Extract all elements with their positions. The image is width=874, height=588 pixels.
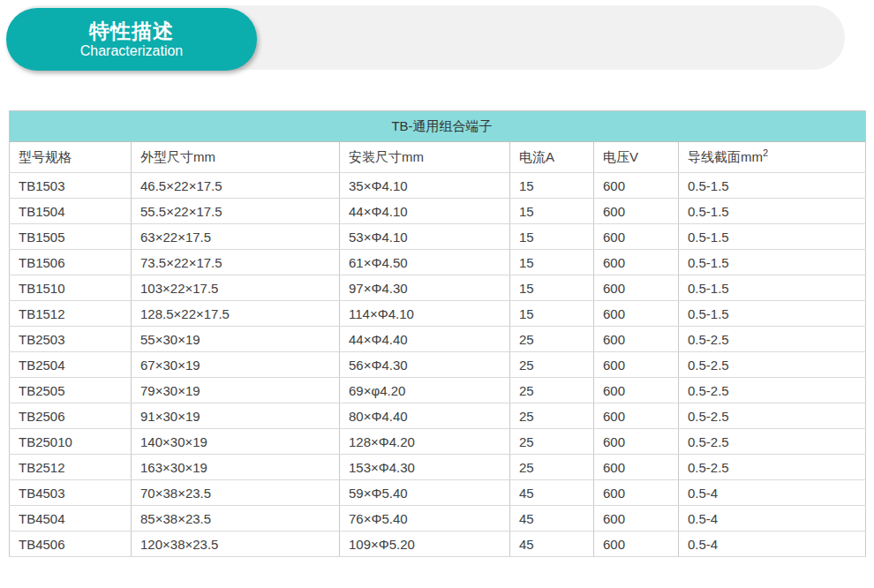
table-cell: 61×Φ4.50 [340,250,510,275]
table-cell: 91×30×19 [132,403,340,429]
table-cell: 55.5×22×17.5 [132,199,340,224]
table-cell: 15 [510,275,594,301]
table-row: TB450485×38×23.576×Φ5.40456000.5-4 [10,506,866,531]
table-cell: 600 [594,429,679,455]
table-row: TB150455.5×22×17.544×Φ4.10156000.5-1.5 [10,199,866,224]
table-cell: TB1503 [10,173,132,199]
table-row: TB1512128.5×22×17.5114×Φ4.10156000.5-1.5 [10,301,866,327]
table-cell: 63×22×17.5 [132,224,340,250]
table-cell: TB2512 [10,455,132,480]
table-cell: 53×Φ4.10 [340,224,510,250]
table-cell: 15 [510,173,594,199]
table-cell: 35×Φ4.10 [340,173,510,199]
table-cell: 0.5-2.5 [679,429,866,455]
table-cell: TB1504 [10,199,132,224]
column-header-wire-section: 导线截面mm2 [679,142,866,173]
table-cell: 69×φ4.20 [340,378,510,403]
table-row: TB150673.5×22×17.561×Φ4.50156000.5-1.5 [10,250,866,275]
table-cell: 46.5×22×17.5 [132,173,340,199]
table-cell: 128×Φ4.20 [340,429,510,455]
table-cell: 140×30×19 [132,429,340,455]
column-header-row: 型号规格 外型尺寸mm 安装尺寸mm 电流A 电压V 导线截面mm2 [10,142,866,173]
table-cell: 25 [510,403,594,429]
column-header-mount-size: 安装尺寸mm [340,142,510,173]
table-cell: 44×Φ4.40 [340,327,510,352]
table-cell: TB2503 [10,327,132,352]
table-cell: 15 [510,301,594,327]
table-cell: 0.5-2.5 [679,352,866,378]
product-spec-table: TB-通用组合端子 型号规格 外型尺寸mm 安装尺寸mm 电流A 电压V 导线截… [9,110,866,557]
table-row: TB450370×38×23.559×Φ5.40456000.5-4 [10,480,866,506]
table-cell: 600 [594,250,679,275]
column-header-current: 电流A [510,142,594,173]
table-cell: 600 [594,224,679,250]
table-cell: 85×38×23.5 [132,506,340,531]
table-cell: 600 [594,275,679,301]
table-row: TB150346.5×22×17.535×Φ4.10156000.5-1.5 [10,173,866,199]
table-cell: 55×30×19 [132,327,340,352]
table-cell: 97×Φ4.30 [340,275,510,301]
table-cell: TB1505 [10,224,132,250]
table-cell: 25 [510,429,594,455]
table-cell: 0.5-4 [679,506,866,531]
table-cell: TB4503 [10,480,132,506]
table-cell: 128.5×22×17.5 [132,301,340,327]
table-row: TB25010140×30×19128×Φ4.20256000.5-2.5 [10,429,866,455]
table-cell: 0.5-2.5 [679,378,866,403]
table-cell: 56×Φ4.30 [340,352,510,378]
table-cell: 163×30×19 [132,455,340,480]
table-cell: 600 [594,378,679,403]
table-row: TB4506120×38×23.5109×Φ5.20456000.5-4 [10,531,866,557]
table-cell: TB1510 [10,275,132,301]
table-cell: 25 [510,455,594,480]
table-cell: 0.5-2.5 [679,327,866,352]
table-cell: 600 [594,403,679,429]
table-cell: 600 [594,531,679,557]
table-cell: 45 [510,480,594,506]
table-cell: 120×38×23.5 [132,531,340,557]
table-cell: 76×Φ5.40 [340,506,510,531]
table-cell: 600 [594,173,679,199]
table-cell: 70×38×23.5 [132,480,340,506]
table-title: TB-通用组合端子 [10,111,866,142]
table-cell: 80×Φ4.40 [340,403,510,429]
table-cell: 15 [510,199,594,224]
table-cell: 0.5-1.5 [679,250,866,275]
table-cell: 600 [594,455,679,480]
table-cell: 0.5-2.5 [679,403,866,429]
badge-title-cn: 特性描述 [89,19,174,42]
table-cell: 0.5-1.5 [679,301,866,327]
table-cell: TB4506 [10,531,132,557]
table-cell: 25 [510,378,594,403]
table-cell: 600 [594,327,679,352]
table-cell: TB2506 [10,403,132,429]
table-row: TB2512163×30×19153×Φ4.30256000.5-2.5 [10,455,866,480]
table-cell: TB1512 [10,301,132,327]
table-cell: 109×Φ5.20 [340,531,510,557]
column-header-model: 型号规格 [10,142,132,173]
table-cell: 114×Φ4.10 [340,301,510,327]
table-cell: 67×30×19 [132,352,340,378]
table-cell: 25 [510,352,594,378]
table-row: TB250467×30×1956×Φ4.30256000.5-2.5 [10,352,866,378]
table-cell: TB2504 [10,352,132,378]
table-cell: 73.5×22×17.5 [132,250,340,275]
table-cell: 0.5-1.5 [679,199,866,224]
table-title-row: TB-通用组合端子 [10,111,866,142]
table-cell: TB4504 [10,506,132,531]
column-header-voltage: 电压V [594,142,679,173]
table-cell: 45 [510,506,594,531]
table-cell: 15 [510,250,594,275]
table-cell: TB1506 [10,250,132,275]
top-banner: 特性描述 Characterization [0,0,874,97]
column-header-outer-size: 外型尺寸mm [132,142,340,173]
table-row: TB250355×30×1944×Φ4.40256000.5-2.5 [10,327,866,352]
table-cell: 79×30×19 [132,378,340,403]
table-body: TB150346.5×22×17.535×Φ4.10156000.5-1.5TB… [10,173,866,557]
table-cell: 103×22×17.5 [132,275,340,301]
table-cell: 0.5-1.5 [679,275,866,301]
badge-title-en: Characterization [80,42,184,59]
table-cell: 153×Φ4.30 [340,455,510,480]
table-row: TB250579×30×1969×φ4.20256000.5-2.5 [10,378,866,403]
table-cell: 0.5-1.5 [679,173,866,199]
